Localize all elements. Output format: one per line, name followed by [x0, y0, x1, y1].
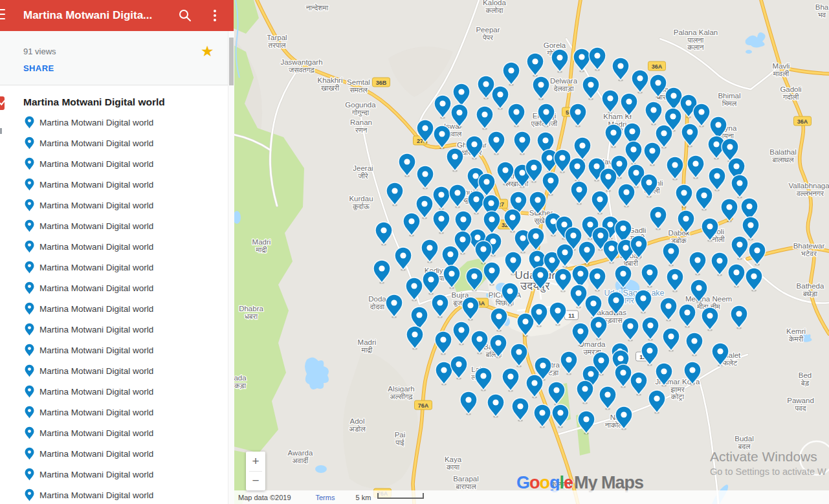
list-item[interactable]: Martina Motwani Digital world: [0, 402, 228, 422]
list-item[interactable]: Martina Motwani Digital world: [0, 215, 228, 236]
list-item[interactable]: Martina Motwani Digital world: [0, 319, 228, 340]
sidebar: Martina Motwani Digita... 91 views ★ SHA…: [0, 0, 234, 504]
list-item-label: Martina Motwani Digital world: [39, 263, 153, 272]
svg-text:11: 11: [568, 312, 575, 319]
list-item[interactable]: Martina Motwani Digital world: [0, 278, 228, 298]
map-label: adaकड़ा: [234, 374, 247, 389]
my-maps-window: 36B2727325836A36A76A76A76A1111 Kalodaकलो…: [0, 0, 829, 504]
map-label: Alsigarhअल्सीगढ़: [388, 385, 415, 400]
list-item-label: Martina Motwani Digital world: [39, 180, 153, 190]
terms-link[interactable]: Terms: [316, 494, 335, 501]
map-label: Dodaदोदवा: [368, 295, 386, 311]
route-shield: 76A: [415, 400, 432, 410]
map-label: Balathalबालाथल: [769, 148, 797, 164]
list-item-label: Martina Motwani Digital world: [39, 325, 153, 334]
list-item-label: Martina Motwani Digital world: [39, 345, 153, 355]
route-shield: 36A: [648, 61, 666, 71]
list-item-label: Martina Motwani Digital world: [39, 159, 153, 169]
list-item-label: Martina Motwani Digital world: [39, 242, 153, 252]
map-label: Tarpalतरपाल: [267, 34, 287, 49]
place-pin-icon: [25, 344, 34, 356]
list-item[interactable]: Martina Motwani Digital world: [0, 112, 228, 133]
views-count: 91 views: [23, 47, 56, 56]
place-pin-icon: [25, 488, 34, 501]
place-pin-icon: [25, 178, 34, 191]
place-pin-icon: [25, 447, 34, 460]
list-item-label: Martina Motwani Digital world: [39, 366, 153, 376]
sidebar-header: Martina Motwani Digita...: [0, 0, 234, 31]
watermark-line1: Activate Windows: [710, 449, 826, 465]
list-item[interactable]: Martina Motwani Digital world: [0, 443, 228, 464]
google-logo-text: Google: [516, 473, 573, 492]
map-label: Kalodaकलोदा: [483, 0, 506, 14]
list-item[interactable]: Martina Motwani Digital world: [0, 464, 228, 485]
map-data-text: Map data ©2019: [238, 494, 291, 501]
place-pin-icon: [25, 281, 34, 294]
route-shield: 11: [565, 311, 579, 320]
zoom-in-button[interactable]: +: [246, 452, 265, 471]
activate-windows-watermark: Activate Windows Go to Settings to activ…: [710, 449, 826, 477]
place-pin-icon: [25, 240, 34, 253]
list-item-label: Martina Motwani Digital world: [39, 387, 153, 397]
place-pin-icon: [25, 385, 34, 398]
map-label: Paiपाई: [395, 431, 406, 446]
list-item[interactable]: Martina Motwani Digital world: [0, 174, 228, 195]
layer-title: Martina Motwani Digital world: [23, 96, 228, 108]
list-item-label: Martina Motwani Digital world: [39, 201, 153, 210]
list-item-label: Martina Motwani Digital world: [39, 118, 153, 127]
list-item-label: Martina Motwani Digital world: [39, 283, 153, 293]
map-title: Martina Motwani Digita...: [23, 0, 152, 31]
sidebar-scrollbar: [228, 31, 234, 504]
map-label: नान्देशमा: [305, 3, 329, 12]
info-bar: 91 views ★ SHARE: [0, 31, 228, 85]
place-pin-icon: [25, 364, 34, 377]
list-item[interactable]: Martina Motwani Digital world: [0, 236, 228, 257]
map-label: Delwaraदेलवाड़ा: [550, 77, 578, 93]
list-item-label: Martina Motwani Digital world: [39, 408, 153, 417]
list-item[interactable]: Martina Motwani Digital world: [0, 257, 228, 278]
zoom-out-button[interactable]: −: [246, 472, 265, 491]
map-label: Barapalबारापाल: [453, 475, 479, 490]
place-pin-icon: [25, 302, 34, 315]
place-pin-icon: [25, 468, 34, 481]
search-icon[interactable]: [177, 8, 193, 23]
svg-text:36B: 36B: [376, 80, 387, 86]
place-pin-icon: [25, 426, 34, 439]
more-vert-icon[interactable]: [210, 8, 220, 23]
list-item[interactable]: Martina Motwani Digital world: [0, 381, 228, 402]
list-item-label: Martina Motwani Digital world: [39, 490, 153, 500]
list-item[interactable]: Martina Motwani Digital world: [0, 298, 228, 319]
map-attribution-bar: Map data ©2019 Terms 5 km: [234, 490, 829, 504]
list-item-label: Martina Motwani Digital world: [39, 304, 153, 314]
list-item[interactable]: Martina Motwani Digital world: [0, 340, 228, 360]
scale-label: 5 km: [355, 494, 371, 501]
place-pin-icon: [25, 199, 34, 212]
map-canvas[interactable]: 36B2727325836A36A76A76A76A1111 Kalodaकलो…: [234, 0, 829, 504]
list-item[interactable]: Martina Motwani Digital world: [0, 133, 228, 153]
place-pin-icon: [25, 137, 34, 149]
scrollbar-thumb[interactable]: [229, 38, 234, 85]
svg-text:76A: 76A: [418, 402, 429, 409]
route-shield: 36A: [794, 116, 812, 126]
list-item[interactable]: Martina Motwani Digital world: [0, 153, 228, 174]
scale-bar: [377, 493, 424, 499]
svg-text:36A: 36A: [797, 118, 808, 125]
star-icon[interactable]: ★: [201, 43, 214, 60]
share-button[interactable]: SHARE: [23, 63, 54, 73]
list-item[interactable]: Martina Motwani Digital world: [0, 360, 228, 381]
map-label: Adolअडोल: [349, 417, 366, 433]
list-item[interactable]: Martina Motwani Digital world: [0, 195, 228, 215]
hamburger-menu-icon[interactable]: [0, 9, 5, 23]
map-label: Khakhriखाखरी: [318, 76, 343, 92]
map-label: Kurdauकुर्दाऊ: [349, 195, 373, 210]
list-item-label: Martina Motwani Digital world: [39, 428, 153, 438]
my-maps-logo-text: My Maps: [574, 473, 643, 492]
list-item[interactable]: Martina Motwani Digital world: [0, 485, 228, 504]
list-item[interactable]: Martina Motwani Digital world: [0, 422, 228, 443]
map-label: Semtalसमतल: [347, 78, 370, 94]
place-pin-icon: [25, 323, 34, 336]
map-label: Kemriकेमरी: [786, 327, 806, 343]
place-pin-icon: [25, 406, 34, 419]
watermark-line2: Go to Settings to activate W: [710, 466, 826, 477]
map-label: Mavliमावली: [773, 62, 790, 78]
